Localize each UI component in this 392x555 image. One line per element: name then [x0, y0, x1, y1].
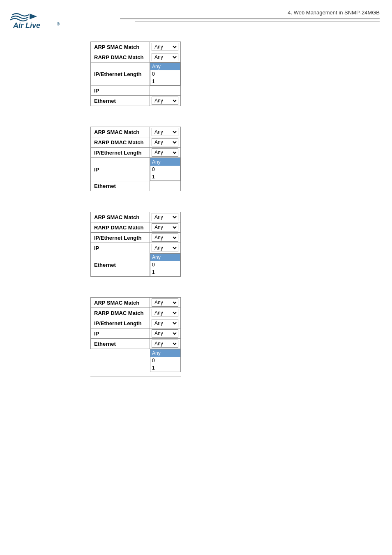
table-row: Ethernet Any — [91, 96, 181, 106]
dropdown-option-0[interactable]: 0 — [150, 166, 180, 173]
dropdown-option-any[interactable]: Any — [150, 254, 180, 261]
table-row: IP — [91, 86, 181, 96]
arp-smac-value[interactable]: Any — [150, 42, 181, 52]
table-section-2: ARP SMAC Match Any RARP DMAC Match Any I… — [90, 127, 392, 191]
ip-eth-length-value[interactable]: Any 0 1 — [150, 62, 181, 86]
ethernet-value[interactable]: Any — [150, 339, 181, 349]
table-row: Ethernet — [91, 181, 181, 191]
arp-smac-label: ARP SMAC Match — [91, 298, 150, 308]
ethernet-value[interactable]: Any — [150, 96, 181, 106]
table-row: IP/Ethernet Length Any — [91, 148, 181, 158]
arp-smac-label: ARP SMAC Match — [91, 42, 150, 52]
ip-eth-length-label: IP/Ethernet Length — [91, 62, 150, 86]
arp-smac-value[interactable]: Any — [150, 212, 181, 222]
table-row: Ethernet Any — [91, 339, 181, 349]
ip-select-4[interactable]: Any — [152, 329, 178, 338]
rarp-dmac-label: RARP DMAC Match — [91, 137, 150, 148]
svg-text:®: ® — [57, 22, 60, 26]
dropdown-option-0[interactable]: 0 — [150, 70, 180, 78]
ip-value[interactable]: Any — [150, 243, 181, 253]
dropdown-option-1[interactable]: 1 — [150, 173, 180, 180]
dropdown-option-any[interactable]: Any — [150, 349, 180, 357]
ethernet-value-open[interactable]: Any 0 1 — [150, 253, 181, 277]
ethernet-label: Ethernet — [91, 339, 150, 349]
rarp-dmac-select-3[interactable]: Any — [152, 223, 178, 231]
ip-eth-length-label: IP/Ethernet Length — [91, 318, 150, 328]
table-row: IP Any — [91, 328, 181, 339]
arp-smac-select-4[interactable]: Any — [152, 298, 178, 307]
ip-value[interactable]: Any — [150, 328, 181, 339]
table-row: IP Any 0 1 — [91, 158, 181, 181]
settings-table-1: ARP SMAC Match Any RARP DMAC Match Any I… — [90, 42, 181, 106]
arp-smac-select-2[interactable]: Any — [152, 128, 178, 136]
table-row: IP/Ethernet Length Any — [91, 318, 181, 328]
arp-smac-value[interactable]: Any — [150, 298, 181, 308]
table-row: Ethernet Any 0 1 — [91, 253, 181, 277]
dropdown-option-any[interactable]: Any — [150, 158, 180, 166]
rarp-dmac-select-4[interactable]: Any — [152, 309, 178, 317]
svg-marker-0 — [30, 14, 37, 19]
rarp-dmac-select[interactable]: Any — [152, 53, 178, 61]
table-row: RARP DMAC Match Any — [91, 308, 181, 318]
table-section-3: ARP SMAC Match Any RARP DMAC Match Any I… — [90, 212, 392, 277]
ip-eth-select-4[interactable]: Any — [152, 319, 178, 327]
table-row: ARP SMAC Match Any — [91, 212, 181, 222]
ip-eth-length-value[interactable]: Any — [150, 148, 181, 158]
arp-smac-select-3[interactable]: Any — [152, 213, 178, 221]
table-row: ARP SMAC Match Any — [91, 42, 181, 52]
header-decoration — [74, 18, 380, 22]
ethernet-value — [150, 181, 181, 191]
table-row: ARP SMAC Match Any — [91, 298, 181, 308]
header-right: 4. Web Management in SNMP-24MGB — [74, 7, 380, 22]
rarp-dmac-value[interactable]: Any — [150, 308, 181, 318]
ip-label: IP — [91, 243, 150, 253]
table-row: IP/Ethernet Length Any — [91, 233, 181, 243]
dropdown-option-0[interactable]: 0 — [150, 261, 180, 268]
ethernet-label: Ethernet — [91, 181, 150, 191]
ethernet-select[interactable]: Any — [152, 97, 178, 105]
settings-table-4: ARP SMAC Match Any RARP DMAC Match Any I… — [90, 297, 181, 349]
table-row: IP Any — [91, 243, 181, 253]
header-line-thin — [135, 21, 380, 22]
ip-select-3[interactable]: Any — [152, 244, 178, 252]
dropdown-option-0[interactable]: 0 — [150, 357, 180, 364]
arp-smac-value[interactable]: Any — [150, 127, 181, 137]
rarp-dmac-value[interactable]: Any — [150, 137, 181, 148]
dropdown-option-1[interactable]: 1 — [150, 268, 180, 276]
settings-table-2: ARP SMAC Match Any RARP DMAC Match Any I… — [90, 127, 181, 191]
table-row: RARP DMAC Match Any — [91, 222, 181, 233]
rarp-dmac-value[interactable]: Any — [150, 222, 181, 233]
rarp-dmac-select-2[interactable]: Any — [152, 138, 178, 146]
ethernet-dropdown-open[interactable]: Any 0 1 — [150, 253, 180, 276]
header-line-thick — [120, 18, 380, 19]
table-row: IP/Ethernet Length Any 0 1 — [91, 62, 181, 86]
rarp-dmac-value[interactable]: Any — [150, 52, 181, 62]
main-content: ARP SMAC Match Any RARP DMAC Match Any I… — [0, 33, 392, 393]
rarp-dmac-label: RARP DMAC Match — [91, 222, 150, 233]
ip-label: IP — [91, 158, 150, 181]
ip-eth-length-label: IP/Ethernet Length — [91, 148, 150, 158]
page-header: Air Live ® 4. Web Management in SNMP-24M… — [0, 0, 392, 33]
ip-dropdown-open[interactable]: Any 0 1 — [150, 158, 180, 181]
dropdown-option-any[interactable]: Any — [150, 63, 180, 70]
rarp-dmac-label: RARP DMAC Match — [91, 308, 150, 318]
ip-eth-length-label: IP/Ethernet Length — [91, 233, 150, 243]
logo-area: Air Live ® — [8, 7, 74, 33]
settings-table-3: ARP SMAC Match Any RARP DMAC Match Any I… — [90, 212, 181, 277]
arp-smac-select[interactable]: Any — [152, 43, 178, 51]
arp-smac-label: ARP SMAC Match — [91, 212, 150, 222]
ip-label: IP — [91, 328, 150, 339]
below-table-dropdown[interactable]: Any 0 1 — [150, 349, 181, 372]
table-row: ARP SMAC Match Any — [91, 127, 181, 137]
ip-eth-select-2[interactable]: Any — [152, 148, 178, 157]
ethernet-select-4[interactable]: Any — [152, 340, 178, 348]
ip-eth-length-value[interactable]: Any — [150, 233, 181, 243]
dropdown-option-1[interactable]: 1 — [150, 78, 180, 85]
ip-value-open[interactable]: Any 0 1 — [150, 158, 181, 181]
ip-eth-length-value[interactable]: Any — [150, 318, 181, 328]
ip-eth-select-3[interactable]: Any — [152, 234, 178, 242]
ethernet-label: Ethernet — [91, 253, 150, 277]
page-title: 4. Web Management in SNMP-24MGB — [288, 9, 380, 16]
dropdown-option-1[interactable]: 1 — [150, 364, 180, 372]
ip-eth-dropdown-open[interactable]: Any 0 1 — [150, 62, 180, 86]
